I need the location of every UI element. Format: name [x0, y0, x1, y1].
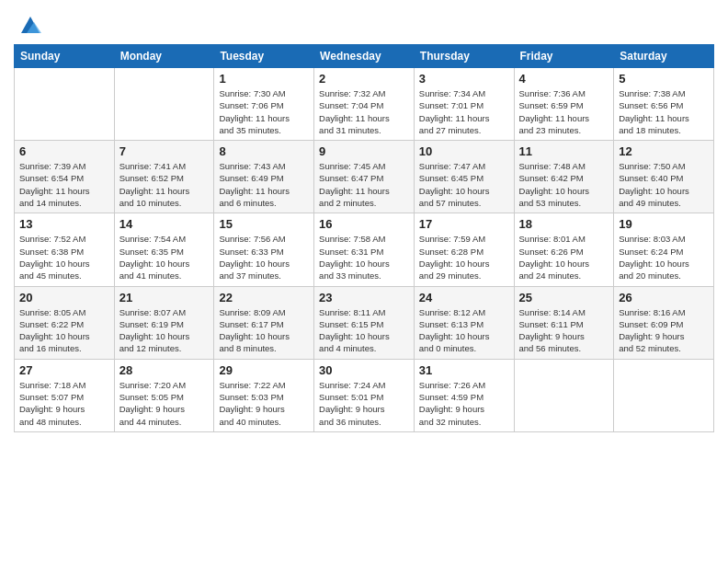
day-number: 7 — [119, 144, 210, 158]
day-number: 2 — [319, 72, 409, 86]
day-info: Sunrise: 7:34 AMSunset: 7:01 PMDaylight:… — [419, 87, 509, 136]
day-number: 31 — [419, 363, 509, 377]
calendar-cell: 23Sunrise: 8:11 AMSunset: 6:15 PMDayligh… — [314, 286, 415, 359]
calendar-cell — [514, 359, 614, 431]
week-row-5: 27Sunrise: 7:18 AMSunset: 5:07 PMDayligh… — [15, 359, 714, 431]
weekday-header-wednesday: Wednesday — [314, 45, 415, 68]
day-info: Sunrise: 8:09 AMSunset: 6:17 PMDaylight:… — [219, 306, 309, 355]
page: SundayMondayTuesdayWednesdayThursdayFrid… — [0, 0, 728, 563]
day-number: 27 — [19, 363, 109, 377]
calendar-cell: 21Sunrise: 8:07 AMSunset: 6:19 PMDayligh… — [114, 286, 214, 359]
day-number: 6 — [19, 144, 109, 158]
weekday-header-row: SundayMondayTuesdayWednesdayThursdayFrid… — [15, 45, 714, 68]
weekday-header-saturday: Saturday — [614, 45, 714, 68]
day-info: Sunrise: 8:07 AMSunset: 6:19 PMDaylight:… — [119, 306, 210, 355]
day-number: 23 — [319, 291, 409, 304]
day-number: 15 — [219, 217, 309, 231]
day-number: 4 — [519, 72, 609, 86]
day-number: 9 — [319, 144, 409, 158]
week-row-4: 20Sunrise: 8:05 AMSunset: 6:22 PMDayligh… — [15, 286, 714, 359]
header — [14, 9, 714, 37]
calendar-cell: 27Sunrise: 7:18 AMSunset: 5:07 PMDayligh… — [15, 359, 115, 431]
day-number: 13 — [19, 217, 109, 231]
calendar-cell: 25Sunrise: 8:14 AMSunset: 6:11 PMDayligh… — [514, 286, 614, 359]
day-info: Sunrise: 7:52 AMSunset: 6:38 PMDaylight:… — [19, 233, 109, 282]
day-info: Sunrise: 7:41 AMSunset: 6:52 PMDaylight:… — [119, 160, 210, 209]
day-number: 1 — [219, 72, 309, 86]
calendar-cell — [114, 68, 214, 141]
day-number: 8 — [219, 144, 309, 158]
calendar-cell: 4Sunrise: 7:36 AMSunset: 6:59 PMDaylight… — [514, 68, 614, 141]
day-number: 24 — [419, 291, 509, 304]
day-info: Sunrise: 8:05 AMSunset: 6:22 PMDaylight:… — [19, 306, 109, 355]
day-number: 26 — [619, 291, 709, 304]
day-info: Sunrise: 7:43 AMSunset: 6:49 PMDaylight:… — [219, 160, 309, 209]
day-info: Sunrise: 7:26 AMSunset: 4:59 PMDaylight:… — [419, 379, 509, 428]
calendar-cell: 13Sunrise: 7:52 AMSunset: 6:38 PMDayligh… — [15, 213, 115, 286]
weekday-header-friday: Friday — [514, 45, 614, 68]
calendar-cell: 31Sunrise: 7:26 AMSunset: 4:59 PMDayligh… — [414, 359, 514, 431]
day-number: 22 — [219, 291, 309, 304]
day-number: 3 — [419, 72, 509, 86]
calendar-cell: 8Sunrise: 7:43 AMSunset: 6:49 PMDaylight… — [214, 141, 314, 213]
day-info: Sunrise: 7:47 AMSunset: 6:45 PMDaylight:… — [419, 160, 509, 209]
day-info: Sunrise: 7:24 AMSunset: 5:01 PMDaylight:… — [319, 379, 409, 428]
day-number: 29 — [219, 363, 309, 377]
calendar-cell: 29Sunrise: 7:22 AMSunset: 5:03 PMDayligh… — [214, 359, 314, 431]
calendar-cell: 6Sunrise: 7:39 AMSunset: 6:54 PMDaylight… — [15, 141, 115, 213]
calendar-cell: 9Sunrise: 7:45 AMSunset: 6:47 PMDaylight… — [314, 141, 415, 213]
calendar-cell: 1Sunrise: 7:30 AMSunset: 7:06 PMDaylight… — [214, 68, 314, 141]
weekday-header-sunday: Sunday — [15, 45, 115, 68]
day-info: Sunrise: 8:11 AMSunset: 6:15 PMDaylight:… — [319, 306, 409, 355]
day-number: 17 — [419, 217, 509, 231]
weekday-header-tuesday: Tuesday — [214, 45, 314, 68]
day-number: 12 — [619, 144, 709, 158]
calendar-cell: 5Sunrise: 7:38 AMSunset: 6:56 PMDaylight… — [614, 68, 714, 141]
calendar-cell: 18Sunrise: 8:01 AMSunset: 6:26 PMDayligh… — [514, 213, 614, 286]
calendar-cell: 26Sunrise: 8:16 AMSunset: 6:09 PMDayligh… — [614, 286, 714, 359]
day-number: 28 — [119, 363, 210, 377]
day-info: Sunrise: 7:30 AMSunset: 7:06 PMDaylight:… — [219, 87, 309, 136]
week-row-3: 13Sunrise: 7:52 AMSunset: 6:38 PMDayligh… — [15, 213, 714, 286]
day-info: Sunrise: 7:54 AMSunset: 6:35 PMDaylight:… — [119, 233, 210, 282]
day-info: Sunrise: 8:12 AMSunset: 6:13 PMDaylight:… — [419, 306, 509, 355]
day-number: 5 — [619, 72, 709, 86]
calendar-cell: 15Sunrise: 7:56 AMSunset: 6:33 PMDayligh… — [214, 213, 314, 286]
calendar-cell: 3Sunrise: 7:34 AMSunset: 7:01 PMDaylight… — [414, 68, 514, 141]
day-info: Sunrise: 8:16 AMSunset: 6:09 PMDaylight:… — [619, 306, 709, 355]
day-info: Sunrise: 7:59 AMSunset: 6:28 PMDaylight:… — [419, 233, 509, 282]
week-row-1: 1Sunrise: 7:30 AMSunset: 7:06 PMDaylight… — [15, 68, 714, 141]
day-info: Sunrise: 7:45 AMSunset: 6:47 PMDaylight:… — [319, 160, 409, 209]
calendar-cell — [614, 359, 714, 431]
calendar-cell: 16Sunrise: 7:58 AMSunset: 6:31 PMDayligh… — [314, 213, 415, 286]
day-number: 19 — [619, 217, 709, 231]
day-info: Sunrise: 8:03 AMSunset: 6:24 PMDaylight:… — [619, 233, 709, 282]
calendar-cell: 11Sunrise: 7:48 AMSunset: 6:42 PMDayligh… — [514, 141, 614, 213]
day-number: 14 — [119, 217, 210, 231]
day-info: Sunrise: 7:48 AMSunset: 6:42 PMDaylight:… — [519, 160, 609, 209]
week-row-2: 6Sunrise: 7:39 AMSunset: 6:54 PMDaylight… — [15, 141, 714, 213]
day-info: Sunrise: 7:32 AMSunset: 7:04 PMDaylight:… — [319, 87, 409, 136]
calendar-cell: 7Sunrise: 7:41 AMSunset: 6:52 PMDaylight… — [114, 141, 214, 213]
day-info: Sunrise: 7:38 AMSunset: 6:56 PMDaylight:… — [619, 87, 709, 136]
weekday-header-thursday: Thursday — [414, 45, 514, 68]
day-info: Sunrise: 7:22 AMSunset: 5:03 PMDaylight:… — [219, 379, 309, 428]
calendar-cell: 14Sunrise: 7:54 AMSunset: 6:35 PMDayligh… — [114, 213, 214, 286]
day-info: Sunrise: 7:18 AMSunset: 5:07 PMDaylight:… — [19, 379, 109, 428]
day-number: 21 — [119, 291, 210, 304]
day-info: Sunrise: 8:14 AMSunset: 6:11 PMDaylight:… — [519, 306, 609, 355]
calendar-cell: 17Sunrise: 7:59 AMSunset: 6:28 PMDayligh… — [414, 213, 514, 286]
day-info: Sunrise: 7:20 AMSunset: 5:05 PMDaylight:… — [119, 379, 210, 428]
day-number: 18 — [519, 217, 609, 231]
calendar-cell: 22Sunrise: 8:09 AMSunset: 6:17 PMDayligh… — [214, 286, 314, 359]
calendar-cell: 19Sunrise: 8:03 AMSunset: 6:24 PMDayligh… — [614, 213, 714, 286]
calendar-cell: 30Sunrise: 7:24 AMSunset: 5:01 PMDayligh… — [314, 359, 415, 431]
calendar-cell: 10Sunrise: 7:47 AMSunset: 6:45 PMDayligh… — [414, 141, 514, 213]
day-number: 20 — [19, 291, 109, 304]
day-number: 10 — [419, 144, 509, 158]
calendar: SundayMondayTuesdayWednesdayThursdayFrid… — [14, 44, 714, 432]
day-info: Sunrise: 7:56 AMSunset: 6:33 PMDaylight:… — [219, 233, 309, 282]
day-number: 30 — [319, 363, 409, 377]
day-number: 25 — [519, 291, 609, 304]
day-number: 11 — [519, 144, 609, 158]
